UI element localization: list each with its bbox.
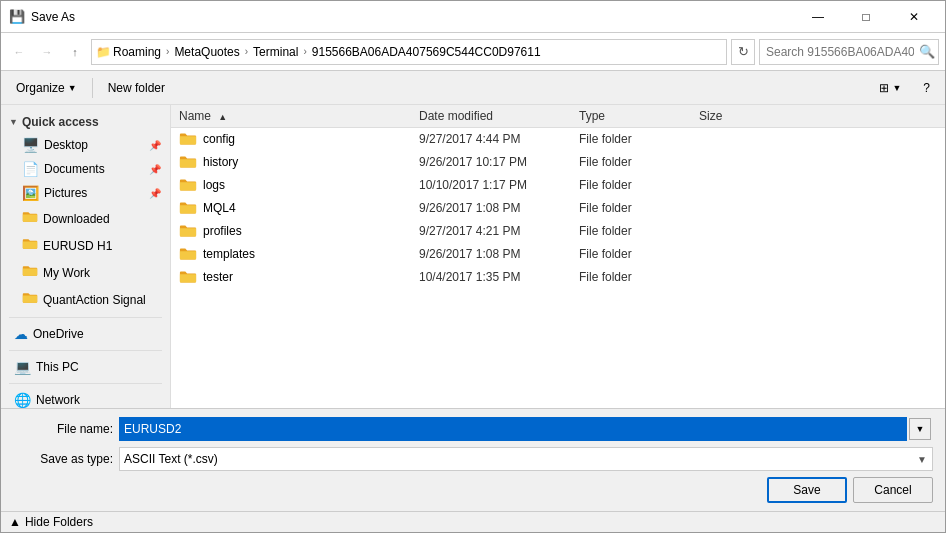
table-row[interactable]: config 9/27/2017 4:44 PM File folder: [171, 128, 945, 151]
file-type: File folder: [579, 247, 699, 261]
hide-folders-chevron: ▲: [9, 515, 21, 529]
sidebar-separator-1: [9, 317, 162, 318]
sidebar-item-quantaction[interactable]: QuantAction Signal: [1, 286, 170, 313]
table-row[interactable]: MQL4 9/26/2017 1:08 PM File folder: [171, 197, 945, 220]
eurusd-folder-icon: [22, 236, 38, 255]
savetype-select[interactable]: ASCII Text (*.csv) CSV (*.csv) All Files…: [119, 447, 933, 471]
save-as-dialog: 💾 Save As — □ ✕ ← → ↑ 📁 Roaming › MetaQu…: [0, 0, 946, 533]
sidebar-item-thispc[interactable]: 💻 This PC: [1, 355, 170, 379]
file-area: Name ▲ Date modified Type Size: [171, 105, 945, 408]
sidebar-item-downloaded[interactable]: Downloaded: [1, 205, 170, 232]
new-folder-label: New folder: [108, 81, 165, 95]
downloaded-folder-icon: [22, 209, 38, 228]
window-title: Save As: [31, 10, 795, 24]
minimize-button[interactable]: —: [795, 2, 841, 32]
folder-icon: [179, 223, 197, 239]
organize-label: Organize: [16, 81, 65, 95]
file-type: File folder: [579, 178, 699, 192]
file-date: 9/26/2017 10:17 PM: [419, 155, 579, 169]
quick-access-label: Quick access: [22, 115, 99, 129]
file-name: history: [203, 155, 238, 169]
sidebar-item-documents[interactable]: 📄 Documents 📌: [1, 157, 170, 181]
search-wrapper: 🔍: [759, 39, 939, 65]
pin-icon: 📌: [149, 188, 161, 199]
organize-button[interactable]: Organize ▼: [7, 75, 86, 101]
folder-icon: [179, 131, 197, 147]
column-date[interactable]: Date modified: [419, 109, 579, 123]
network-icon: 🌐: [14, 392, 31, 408]
refresh-button[interactable]: ↻: [731, 39, 755, 65]
save-button[interactable]: Save: [767, 477, 847, 503]
sidebar-item-label: Network: [36, 393, 80, 407]
hide-folders-bar[interactable]: ▲ Hide Folders: [1, 511, 945, 532]
table-row[interactable]: templates 9/26/2017 1:08 PM File folder: [171, 243, 945, 266]
file-type: File folder: [579, 201, 699, 215]
folder-icon: [179, 154, 197, 170]
column-type[interactable]: Type: [579, 109, 699, 123]
sidebar-separator-2: [9, 350, 162, 351]
sidebar-item-label: This PC: [36, 360, 79, 374]
sidebar-item-eurusd[interactable]: EURUSD H1: [1, 232, 170, 259]
sidebar-item-pictures[interactable]: 🖼️ Pictures 📌: [1, 181, 170, 205]
action-row: Save Cancel: [13, 477, 933, 503]
file-type: File folder: [579, 132, 699, 146]
quick-access-section: ▼ Quick access 🖥️ Desktop 📌 📄 Documents …: [1, 111, 170, 313]
filename-dropdown-button[interactable]: ▼: [909, 418, 931, 440]
desktop-icon: 🖥️: [22, 137, 39, 153]
table-row[interactable]: history 9/26/2017 10:17 PM File folder: [171, 151, 945, 174]
maximize-button[interactable]: □: [843, 2, 889, 32]
sidebar-item-onedrive[interactable]: ☁ OneDrive: [1, 322, 170, 346]
view-chevron: ▼: [892, 83, 901, 93]
table-row[interactable]: profiles 9/27/2017 4:21 PM File folder: [171, 220, 945, 243]
help-button[interactable]: ?: [914, 75, 939, 101]
file-name: tester: [203, 270, 233, 284]
sidebar-item-network[interactable]: 🌐 Network: [1, 388, 170, 408]
search-button[interactable]: 🔍: [919, 44, 935, 59]
filename-input[interactable]: [119, 417, 907, 441]
savetype-label: Save as type:: [13, 452, 113, 466]
folder-icon: [179, 246, 197, 262]
table-row[interactable]: tester 10/4/2017 1:35 PM File folder: [171, 266, 945, 289]
pictures-icon: 🖼️: [22, 185, 39, 201]
file-name: logs: [203, 178, 225, 192]
sidebar-item-label: OneDrive: [33, 327, 84, 341]
toolbar: Organize ▼ New folder ⊞ ▼ ?: [1, 71, 945, 105]
new-folder-button[interactable]: New folder: [99, 75, 174, 101]
breadcrumb-bar[interactable]: 📁 Roaming › MetaQuotes › Terminal › 9155…: [91, 39, 727, 65]
sidebar-item-desktop[interactable]: 🖥️ Desktop 📌: [1, 133, 170, 157]
title-bar: 💾 Save As — □ ✕: [1, 1, 945, 33]
folder-icon: [179, 177, 197, 193]
thispc-icon: 💻: [14, 359, 31, 375]
quick-access-header[interactable]: ▼ Quick access: [1, 111, 170, 133]
view-icon: ⊞: [879, 81, 889, 95]
back-button[interactable]: ←: [7, 40, 31, 64]
breadcrumb-item: 📁 Roaming › MetaQuotes › Terminal › 9155…: [96, 45, 541, 59]
sidebar: ▼ Quick access 🖥️ Desktop 📌 📄 Documents …: [1, 105, 171, 408]
view-options-button[interactable]: ⊞ ▼: [870, 75, 910, 101]
file-name: config: [203, 132, 235, 146]
sidebar-item-mywork[interactable]: My Work: [1, 259, 170, 286]
close-button[interactable]: ✕: [891, 2, 937, 32]
pin-icon: 📌: [149, 140, 161, 151]
onedrive-icon: ☁: [14, 326, 28, 342]
quick-access-chevron: ▼: [9, 117, 18, 127]
column-size[interactable]: Size: [699, 109, 937, 123]
window-controls: — □ ✕: [795, 2, 937, 32]
file-name: MQL4: [203, 201, 236, 215]
folder-icon: [179, 200, 197, 216]
forward-button[interactable]: →: [35, 40, 59, 64]
cancel-button[interactable]: Cancel: [853, 477, 933, 503]
file-date: 9/27/2017 4:44 PM: [419, 132, 579, 146]
table-row[interactable]: logs 10/10/2017 1:17 PM File folder: [171, 174, 945, 197]
sidebar-item-label: QuantAction Signal: [43, 293, 146, 307]
file-name: profiles: [203, 224, 242, 238]
up-button[interactable]: ↑: [63, 40, 87, 64]
hide-folders-label: Hide Folders: [25, 515, 93, 529]
folder-icon: [179, 269, 197, 285]
mywork-folder-icon: [22, 263, 38, 282]
savetype-select-wrapper: ASCII Text (*.csv) CSV (*.csv) All Files…: [119, 447, 933, 471]
file-date: 9/27/2017 4:21 PM: [419, 224, 579, 238]
search-input[interactable]: [759, 39, 939, 65]
column-name[interactable]: Name ▲: [179, 109, 419, 123]
file-type: File folder: [579, 155, 699, 169]
